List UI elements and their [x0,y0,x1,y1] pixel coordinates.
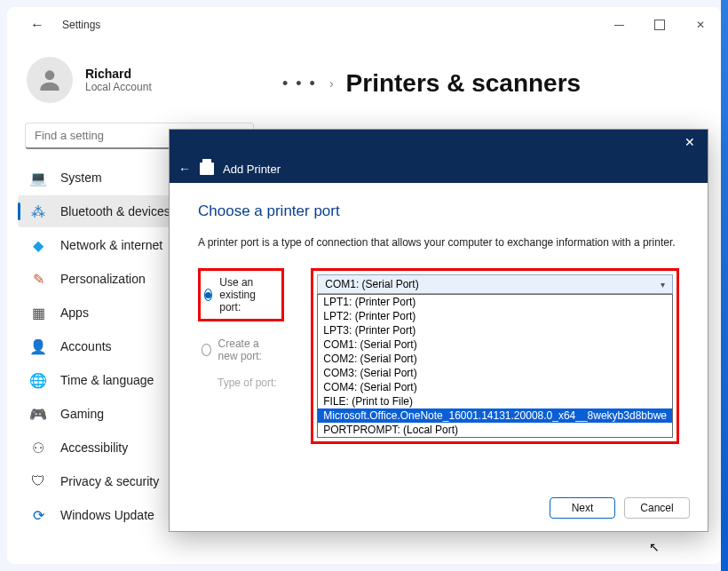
printer-icon [200,163,214,175]
nav-icon: ⚇ [30,440,46,456]
window-close-button[interactable] [680,11,721,39]
port-option[interactable]: COM1: (Serial Port) [318,337,672,352]
nav-label: Personalization [60,272,146,286]
port-option[interactable]: FILE: (Print to File) [318,394,672,408]
port-dropdown-list[interactable]: LPT1: (Printer Port)LPT2: (Printer Port)… [317,294,673,438]
radio-new-port[interactable]: Create a new port: [198,332,284,368]
radio-selected-icon [204,289,212,301]
dialog-close-button[interactable]: ✕ [679,133,700,151]
profile-sub: Local Account [85,81,152,93]
dialog-header: ← Add Printer [170,155,708,183]
nav-icon: 🎮 [30,406,46,422]
profile-block[interactable]: Richard Local Account [18,52,261,119]
breadcrumb: • • • › Printers & scanners [282,69,685,98]
port-option[interactable]: COM2: (Serial Port) [318,352,672,366]
port-option[interactable]: COM3: (Serial Port) [318,366,672,380]
app-title: Settings [62,19,100,31]
titlebar: ← Settings [7,7,721,43]
nav-label: Time & language [60,373,154,387]
add-printer-dialog: ✕ ← Add Printer Choose a printer port A … [169,129,708,532]
back-arrow-icon[interactable]: ← [30,17,44,33]
dialog-header-title: Add Printer [223,163,281,176]
nav-icon: ▦ [30,305,46,321]
dialog-titlebar: ✕ [170,130,708,155]
port-option[interactable]: LPT1: (Printer Port) [318,295,672,309]
nav-icon: 🛡 [30,473,46,489]
combo-value: COM1: (Serial Port) [325,278,418,290]
port-combobox[interactable]: COM1: (Serial Port) ▾ [317,274,673,294]
dialog-title: Choose a printer port [198,202,679,220]
port-option[interactable]: LPT3: (Printer Port) [318,323,672,337]
nav-label: Bluetooth & devices [60,204,170,218]
window-controls [598,11,721,39]
desktop-edge [721,0,728,571]
port-option[interactable]: COM4: (Serial Port) [318,380,672,394]
nav-icon: 💻 [30,170,46,186]
nav-label: Network & internet [60,238,162,252]
nav-label: Privacy & security [60,474,159,488]
nav-icon: ⁂ [30,203,46,219]
radio-new-label: Create a new port: [218,337,281,362]
nav-icon: ✎ [30,271,46,287]
radio-existing-port[interactable]: Use an existing port: [204,276,278,313]
nav-icon: 🌐 [30,372,46,388]
person-icon [36,66,64,94]
maximize-button[interactable] [639,11,680,39]
type-of-port-label: Type of port: [198,377,284,389]
next-button[interactable]: Next [550,497,615,519]
highlight-existing-port: Use an existing port: [198,268,284,321]
minimize-button[interactable] [598,11,639,39]
port-option[interactable]: Microsoft.Office.OneNote_16001.14131.200… [318,408,672,423]
nav-label: Accessibility [60,440,128,455]
nav-icon: 👤 [30,338,46,354]
nav-label: System [60,171,102,185]
svg-point-0 [45,70,55,80]
nav-icon: ⟳ [30,507,46,523]
nav-label: Accounts [60,339,112,353]
chevron-down-icon: ▾ [661,280,665,289]
radio-existing-label: Use an existing port: [219,276,278,313]
highlight-port-dropdown: COM1: (Serial Port) ▾ LPT1: (Printer Por… [311,268,679,444]
chevron-right-icon: › [329,76,334,91]
nav-label: Windows Update [60,508,154,522]
nav-icon: ◆ [30,237,46,253]
port-option[interactable]: LPT2: (Printer Port) [318,309,672,323]
profile-name: Richard [85,67,152,81]
radio-unselected-icon [202,344,211,356]
cancel-button[interactable]: Cancel [624,497,690,519]
page-title: Printers & scanners [346,69,582,98]
breadcrumb-more-icon[interactable]: • • • [282,75,317,93]
nav-label: Gaming [60,407,104,421]
port-option[interactable]: PORTPROMPT: (Local Port) [318,423,672,437]
dialog-back-icon[interactable]: ← [178,162,191,176]
dialog-description: A printer port is a type of connection t… [198,236,679,249]
nav-label: Apps [60,305,89,320]
avatar [27,57,73,103]
